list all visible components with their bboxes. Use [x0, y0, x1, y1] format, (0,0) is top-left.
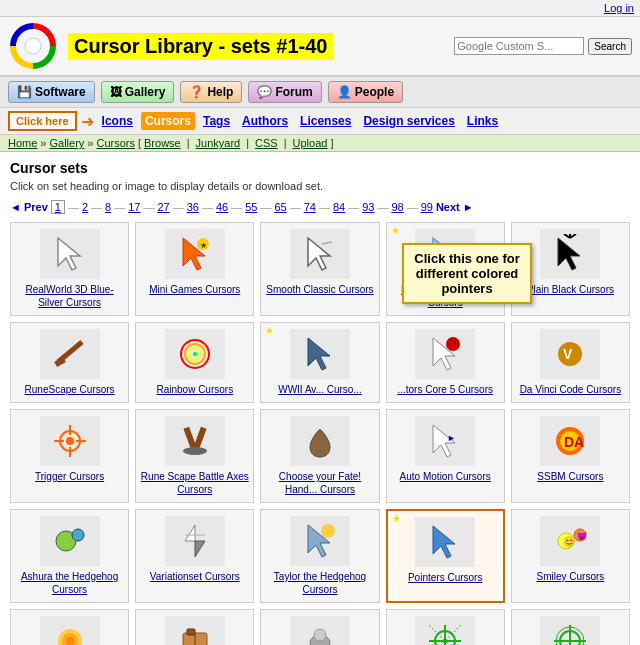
svg-line-7 [322, 242, 332, 244]
svg-point-44 [321, 524, 335, 538]
breadcrumb: Home » Gallery » Cursors [ Browse | Junk… [0, 135, 640, 152]
cursor-cell-16[interactable]: Variationset Cursors [135, 509, 254, 603]
page-65[interactable]: 65 [274, 201, 286, 213]
cursor-thumb-7 [290, 329, 350, 379]
sub-nav: Click here ➜ Icons Cursors Tags Authors … [0, 108, 640, 135]
breadcrumb-css[interactable]: CSS [255, 137, 278, 149]
cursor-cell-0[interactable]: RealWorld 3D Blue-Silver Cursors [10, 222, 129, 316]
svg-marker-45 [433, 526, 455, 558]
cursor-thumb-17 [290, 516, 350, 566]
cursor-cell-18[interactable]: ★ Pointers Cursors [386, 509, 505, 603]
nav-forum-button[interactable]: 💬 Forum [248, 81, 321, 103]
cursor-cell-9[interactable]: V Da Vinci Code Cursors [511, 322, 630, 403]
svg-rect-54 [187, 629, 195, 635]
cursor-sets-title: Cursor sets [10, 160, 630, 176]
page-98[interactable]: 98 [391, 201, 403, 213]
subnav-cursors[interactable]: Cursors [141, 112, 195, 130]
breadcrumb-junkyard[interactable]: Junkyard [196, 137, 241, 149]
cursor-label-14: SSBM Cursors [537, 470, 603, 483]
cursor-cell-10[interactable]: Trigger Cursors [10, 409, 129, 503]
cursor-cell-14[interactable]: DA SSBM Cursors [511, 409, 630, 503]
cursor-cell-23[interactable]: Crosshair Cursors [386, 609, 505, 645]
cursor-cell-21[interactable]: Runescape Items Cursors [135, 609, 254, 645]
cursor-label-6: Rainbow Cursors [156, 383, 233, 396]
click-here-box: Click here [8, 111, 77, 131]
page-46[interactable]: 46 [216, 201, 228, 213]
cursor-cell-2[interactable]: Smooth Classic Cursors [260, 222, 379, 316]
svg-marker-19 [308, 338, 330, 370]
page-8[interactable]: 8 [105, 201, 111, 213]
cursor-cell-22[interactable]: Daleks Rule! Cursors [260, 609, 379, 645]
breadcrumb-gallery[interactable]: Gallery [49, 137, 84, 149]
cursor-cell-8[interactable]: ...tors Core 5 Cursors [386, 322, 505, 403]
cursor-label-5: RuneScape Cursors [25, 383, 115, 396]
page-93[interactable]: 93 [362, 201, 374, 213]
svg-point-58 [314, 629, 326, 641]
subnav-licenses[interactable]: Licenses [296, 112, 355, 130]
cursor-cell-19[interactable]: 😊 😈 Smiley Cursors [511, 509, 630, 603]
cursor-cell-17[interactable]: Taylor the Hedgehog Cursors [260, 509, 379, 603]
svg-text:😈: 😈 [577, 531, 587, 541]
page-36[interactable]: 36 [187, 201, 199, 213]
cursor-label-11: Rune Scape Battle Axes Cursors [140, 470, 249, 496]
svg-rect-31 [193, 427, 206, 450]
cursor-cell-6[interactable]: Rainbow Cursors [135, 322, 254, 403]
login-link[interactable]: Log in [604, 2, 634, 14]
logo [8, 21, 58, 71]
svg-marker-9 [558, 238, 580, 270]
page-17[interactable]: 17 [128, 201, 140, 213]
subnav-icons[interactable]: Icons [98, 112, 137, 130]
subnav-authors[interactable]: Authors [238, 112, 292, 130]
cursor-thumb-5 [40, 329, 100, 379]
svg-marker-2 [58, 238, 80, 270]
site-title: Cursor Library - sets #1-40 [68, 33, 333, 60]
cursor-thumb-0 [40, 229, 100, 279]
cursor-grid: RealWorld 3D Blue-Silver Cursors ★ Mini … [10, 222, 630, 645]
page-27[interactable]: 27 [157, 201, 169, 213]
cursor-cell-5[interactable]: RuneScape Cursors [10, 322, 129, 403]
page-99[interactable]: 99 [421, 201, 433, 213]
cursor-thumb-6 [165, 329, 225, 379]
cursor-thumb-12 [290, 416, 350, 466]
nav-gallery-button[interactable]: 🖼 Gallery [101, 81, 175, 103]
cursor-cell-13[interactable]: ► Auto Motion Cursors [386, 409, 505, 503]
svg-point-25 [66, 437, 74, 445]
page-1[interactable]: 1 [51, 200, 65, 214]
cursor-label-8: ...tors Core 5 Cursors [397, 383, 493, 396]
star-icon-3: ★ [391, 225, 400, 236]
cursor-thumb-15 [40, 516, 100, 566]
cursor-cell-11[interactable]: Rune Scape Battle Axes Cursors [135, 409, 254, 503]
nav-people-button[interactable]: 👤 People [328, 81, 403, 103]
breadcrumb-cursors[interactable]: Cursors [96, 137, 135, 149]
svg-point-21 [446, 337, 460, 351]
page-74[interactable]: 74 [304, 201, 316, 213]
cursor-cell-1[interactable]: ★ Mini Games Cursors [135, 222, 254, 316]
cursor-cell-20[interactable]: Gold Orb Cursors [10, 609, 129, 645]
next-page[interactable]: Next ► [436, 201, 474, 213]
cursor-cell-12[interactable]: Choose your Fate! Hand... Cursors [260, 409, 379, 503]
breadcrumb-home[interactable]: Home [8, 137, 37, 149]
google-search-input[interactable] [454, 37, 584, 55]
breadcrumb-upload[interactable]: Upload [293, 137, 328, 149]
subnav-design-services[interactable]: Design services [359, 112, 458, 130]
google-search-button[interactable]: Search [588, 38, 632, 55]
breadcrumb-browse[interactable]: Browse [144, 137, 181, 149]
cursor-cell-7[interactable]: ★ WWII Av... Curso... Click this one for… [260, 322, 379, 403]
nav-software-button[interactable]: 💾 Software [8, 81, 95, 103]
nav-help-button[interactable]: ❓ Help [180, 81, 242, 103]
cursor-thumb-20 [40, 616, 100, 645]
cursor-label-7: WWII Av... Curso... [278, 383, 362, 396]
svg-point-1 [25, 38, 41, 54]
cursor-label-15: Ashura the Hedgehog Cursors [15, 570, 124, 596]
cursor-label-18: Pointers Cursors [408, 571, 482, 584]
svg-point-18 [193, 352, 197, 356]
cursor-cell-24[interactable]: Advanced Crosshair Cursors [511, 609, 630, 645]
subnav-tags[interactable]: Tags [199, 112, 234, 130]
page-2[interactable]: 2 [82, 201, 88, 213]
subnav-links[interactable]: Links [463, 112, 502, 130]
page-55[interactable]: 55 [245, 201, 257, 213]
cursor-label-2: Smooth Classic Cursors [266, 283, 373, 296]
cursor-cell-15[interactable]: Ashura the Hedgehog Cursors [10, 509, 129, 603]
prev-page[interactable]: ◄ Prev [10, 201, 48, 213]
page-84[interactable]: 84 [333, 201, 345, 213]
